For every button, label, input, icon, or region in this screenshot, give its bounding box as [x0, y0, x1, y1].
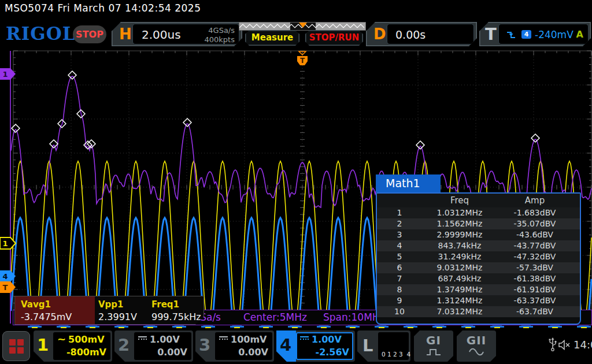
delay-display[interactable]: 0.00s	[387, 24, 474, 44]
measurement-label: Freq1	[151, 299, 179, 310]
delay-value: 0.00s	[395, 28, 426, 41]
svg-text:1: 1	[2, 239, 8, 248]
fft-peak-marker	[416, 141, 424, 149]
generator2-label: GII	[457, 333, 496, 347]
math-table-row: 32.9999MHz-43.6dBV	[377, 229, 580, 240]
stop-run-button[interactable]: STOP/RUN	[305, 30, 363, 46]
svg-text:1: 1	[2, 70, 8, 79]
measurement-label: Vpp1	[98, 299, 124, 310]
waveform-position-bar[interactable]	[239, 22, 366, 31]
math-table-row: 81.3749MHz-61.91dBV	[377, 284, 580, 295]
logic-label: L	[362, 336, 373, 355]
channel1-number: 1	[34, 335, 52, 355]
h-label: H	[119, 25, 132, 43]
svg-text:T: T	[3, 283, 8, 292]
fft-peak-marker	[12, 124, 20, 132]
sample-rate: 4GSa/s	[205, 26, 235, 35]
d-label: D	[373, 25, 386, 43]
channel2-scale: 1.00V	[150, 334, 180, 345]
fft-peak-marker	[531, 134, 539, 142]
channel4-number: 4	[276, 335, 295, 355]
trigger-panel[interactable]: T 4 -240mV A	[479, 22, 591, 46]
run-state-badge[interactable]: STOP	[73, 25, 106, 43]
dc-coupling-icon	[219, 336, 228, 343]
sine-wave-icon	[469, 348, 484, 356]
channel2-number: 2	[114, 335, 133, 355]
menu-grid-icon	[9, 339, 24, 354]
measurement-value: 999.75kHz	[151, 311, 201, 322]
table-header: Freq Amp	[377, 194, 580, 207]
delay-panel[interactable]: D 0.00s	[366, 22, 477, 46]
channel3-button[interactable]: 3 100mV 0.00V	[195, 330, 274, 362]
col-freq: Freq	[422, 194, 497, 207]
math1-peak-table: Freq Amp 11.0312MHz-1.683dBV21.1562MHz-3…	[376, 192, 581, 325]
trigger-source-badge: 4	[521, 30, 531, 39]
math-table-row: 107.0312MHz-63.7dBV	[377, 306, 580, 317]
bottom-bar: 1 ~500mV -800mV 2 1.00V 0.00V 3 100mV 0.…	[0, 328, 592, 364]
timebase-value: 2.00us	[142, 28, 181, 42]
math-table-row: 69.0312MHz-57.3dBV	[377, 262, 580, 273]
svg-text:T: T	[300, 57, 305, 65]
measurement-label: Vavg1	[21, 299, 51, 310]
usb-icon	[548, 337, 557, 351]
position-marker-icon	[299, 23, 307, 28]
square-wave-icon	[426, 348, 441, 356]
math1-tab[interactable]: Math1	[376, 174, 441, 192]
falling-edge-trigger-icon	[506, 30, 516, 39]
generator1-button[interactable]: GI	[414, 330, 453, 362]
math-table-row: 21.1562MHz-35.07dBV	[377, 218, 580, 229]
channel1-button[interactable]: 1 ~500mV -800mV	[34, 330, 112, 362]
channel3-number: 3	[195, 335, 214, 355]
trigger-display[interactable]: 4 -240mV A	[498, 24, 589, 44]
fft-peak-marker	[50, 140, 58, 148]
math-table-row: 11.0312MHz-1.683dBV	[377, 207, 580, 218]
math-table-row: 91.3124MHz-63.37dBV	[377, 295, 580, 306]
col-amp: Amp	[497, 194, 572, 207]
generator1-label: GI	[414, 333, 453, 347]
channel1-scale: 500mV	[68, 334, 104, 345]
trigger-level: -240mV	[535, 29, 574, 40]
fft-peak-marker	[68, 71, 76, 79]
rigol-logo: RIGOL	[6, 23, 76, 44]
measurement-value: -3.7475mV	[21, 311, 72, 322]
generator2-button[interactable]: GII	[457, 330, 496, 362]
channel3-offset: 0.00V	[219, 347, 268, 358]
dc-coupling-icon	[138, 336, 147, 343]
channel2-button[interactable]: 2 1.00V 0.00V	[114, 330, 193, 362]
measure-button[interactable]: Measure	[245, 30, 299, 46]
clock: 14:02	[574, 339, 592, 351]
math-table-row: 4843.74kHz-43.77dBV	[377, 240, 580, 251]
menu-button[interactable]	[2, 331, 30, 361]
svg-text:4: 4	[2, 272, 8, 281]
channel1-offset: -800mV	[57, 347, 106, 358]
measurement-box[interactable]: Vavg1 -3.7475mV Vpp1 2.3991V Freq1 999.7…	[14, 296, 204, 325]
memory-depth: 400kpts	[205, 35, 235, 44]
channel4-button[interactable]: 4 1.00V -2.56V	[276, 330, 355, 362]
trigger-mode: A	[576, 29, 583, 40]
horizontal-panel[interactable]: H 2.00us 4GSa/s 400kpts	[112, 22, 242, 46]
channel4-offset: -2.56V	[300, 347, 349, 358]
channel3-scale: 100mV	[231, 334, 267, 345]
titlebar-text: MSO5074 Fri March 07 14:02:54 2025	[5, 2, 201, 14]
channel4-scale: 1.00V	[312, 334, 342, 345]
math-table-row: 531.249kHz-47.32dBV	[377, 251, 580, 262]
timebase-display[interactable]: 2.00us 4GSa/s 400kpts	[132, 24, 239, 44]
measurement-value: 2.3991V	[98, 311, 137, 322]
header-bar: RIGOL STOP H 2.00us 4GSa/s 400kpts Measu…	[0, 17, 592, 50]
dc-coupling-icon	[300, 336, 309, 343]
channel2-offset: 0.00V	[138, 347, 187, 358]
speaker-muted-icon[interactable]	[558, 340, 571, 350]
logic-channels-button[interactable]: L 0 1 2 3 4 5 6 7 8 9 10 11 12 13 14 15	[357, 330, 410, 362]
logic-row1: 0 1 2 3 4 5 6 7	[382, 351, 409, 358]
math-table-row: 7687.49kHz-61.38dBV	[377, 273, 580, 284]
fft-peak-marker	[183, 118, 191, 127]
ac-coupling-icon: ~	[57, 336, 66, 343]
fft-center: Center:5MHz	[243, 311, 307, 323]
t-label: T	[485, 24, 497, 44]
